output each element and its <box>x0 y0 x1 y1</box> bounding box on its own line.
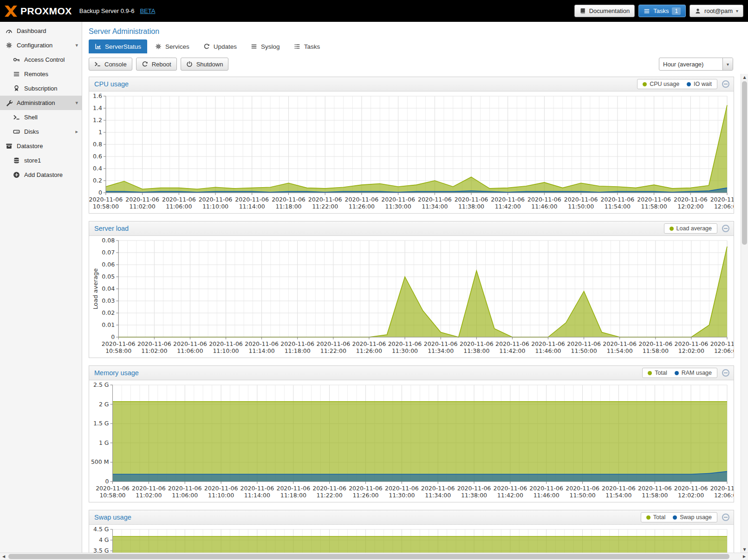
scroll-left-icon[interactable]: ◀ <box>0 553 7 560</box>
sidebar-item-dashboard[interactable]: Dashboard <box>0 24 82 38</box>
svg-text:11:30:00: 11:30:00 <box>389 492 415 499</box>
sidebar-item-administration[interactable]: Administration ▾ <box>0 96 82 110</box>
sidebar-item-store1[interactable]: store1 <box>0 153 82 168</box>
svg-text:2020-11-06: 2020-11-06 <box>710 196 734 203</box>
user-menu-button[interactable]: root@pam ▾ <box>689 5 743 17</box>
swap-usage-panel: Swap usage TotalSwap usage 0500 M1 G1.5 … <box>89 510 734 553</box>
legend-item-io-wait[interactable]: IO wait <box>687 81 712 87</box>
svg-text:2020-11-06: 2020-11-06 <box>455 196 488 203</box>
sidebar-item-add-datastore[interactable]: Add Datastore <box>0 168 82 182</box>
svg-text:0: 0 <box>111 333 115 340</box>
svg-text:2020-11-06: 2020-11-06 <box>460 340 494 347</box>
tab-serverstatus[interactable]: ServerStatus <box>89 39 147 53</box>
svg-text:0.03: 0.03 <box>102 297 115 304</box>
svg-text:2020-11-06: 2020-11-06 <box>241 485 274 492</box>
collapse-icon[interactable] <box>722 225 729 232</box>
svg-text:11:30:00: 11:30:00 <box>385 203 411 210</box>
svg-text:2020-11-06: 2020-11-06 <box>710 340 734 347</box>
svg-text:2020-11-06: 2020-11-06 <box>102 340 136 347</box>
documentation-button[interactable]: Documentation <box>574 5 635 17</box>
reboot-label: Reboot <box>152 61 171 68</box>
tasks-button[interactable]: Tasks 1 <box>638 5 686 17</box>
chevron-right-icon[interactable]: ▸ <box>75 129 78 135</box>
chevron-down-icon[interactable]: ▾ <box>75 42 78 48</box>
svg-text:11:42:00: 11:42:00 <box>497 492 523 499</box>
svg-text:4 G: 4 G <box>99 536 109 543</box>
sidebar-item-datastore[interactable]: Datastore <box>0 139 82 153</box>
sidebar-item-access-control[interactable]: Access Control <box>0 52 82 67</box>
tab-tasks[interactable]: Tasks <box>288 39 326 53</box>
svg-text:11:50:00: 11:50:00 <box>568 203 594 210</box>
chevron-down-icon[interactable]: ▾ <box>75 100 78 106</box>
scroll-up-icon[interactable]: ▲ <box>741 74 748 80</box>
svg-text:4.5 G: 4.5 G <box>93 526 109 533</box>
svg-text:2020-11-06: 2020-11-06 <box>349 485 383 492</box>
tab-services[interactable]: Services <box>149 39 195 53</box>
ribbon-icon <box>13 85 20 92</box>
terminal-icon <box>13 114 20 121</box>
legend-item-load-average[interactable]: Load average <box>670 225 712 232</box>
legend-dot-icon <box>646 515 650 520</box>
svg-text:2020-11-06: 2020-11-06 <box>566 485 599 492</box>
svg-text:2020-11-06: 2020-11-06 <box>567 340 601 347</box>
legend-item-ram-usage[interactable]: RAM usage <box>675 370 712 376</box>
toolbar: Console Reboot Shutdown Hour (average) ▾ <box>82 53 748 75</box>
svg-text:11:06:00: 11:06:00 <box>166 203 192 210</box>
legend-item-swap-usage[interactable]: Swap usage <box>673 514 712 521</box>
chart-panels: CPU usage CPU usageIO wait 00.20.40.60.8… <box>82 75 748 553</box>
horizontal-scrollbar[interactable]: ◀ ▶ <box>0 553 748 560</box>
area-chart-icon <box>95 43 101 50</box>
user-icon <box>695 8 701 14</box>
scroll-down-icon[interactable]: ▼ <box>741 546 748 553</box>
sidebar: Dashboard Configuration ▾ Access Control… <box>0 22 82 553</box>
vertical-scroll-thumb[interactable] <box>742 81 747 245</box>
collapse-icon[interactable] <box>722 80 729 88</box>
svg-text:11:34:00: 11:34:00 <box>422 203 448 210</box>
tab-updates[interactable]: Updates <box>197 39 243 53</box>
panel-title: Memory usage <box>94 369 139 377</box>
collapse-icon[interactable] <box>722 369 729 377</box>
legend-item-total[interactable]: Total <box>648 370 667 376</box>
svg-text:11:14:00: 11:14:00 <box>249 347 275 354</box>
sidebar-item-remotes[interactable]: Remotes <box>0 67 82 81</box>
legend-label: Total <box>653 514 665 521</box>
combo-trigger-icon[interactable]: ▾ <box>722 58 733 70</box>
proxmox-x-icon <box>5 6 17 17</box>
archive-icon <box>6 143 13 150</box>
svg-text:11:18:00: 11:18:00 <box>275 203 301 210</box>
collapse-icon[interactable] <box>722 514 729 521</box>
timeframe-select[interactable]: Hour (average) ▾ <box>659 58 733 71</box>
svg-text:11:42:00: 11:42:00 <box>499 347 525 354</box>
svg-text:2020-11-06: 2020-11-06 <box>89 196 123 203</box>
svg-text:2020-11-06: 2020-11-06 <box>675 340 709 347</box>
reboot-button[interactable]: Reboot <box>136 58 177 71</box>
sidebar-item-shell[interactable]: Shell <box>0 110 82 124</box>
chart-wrap: 0500 M1 G1.5 G2 G2.5 G2020-11-0610:58:00… <box>89 380 734 502</box>
svg-text:0.02: 0.02 <box>102 309 115 316</box>
shutdown-button[interactable]: Shutdown <box>181 58 229 71</box>
sidebar-item-disks[interactable]: Disks ▸ <box>0 124 82 139</box>
tab-syslog[interactable]: Syslog <box>245 39 286 53</box>
svg-text:2020-11-06: 2020-11-06 <box>388 340 422 347</box>
legend-item-total[interactable]: Total <box>646 514 665 521</box>
sidebar-item-subscription[interactable]: Subscription <box>0 81 82 96</box>
svg-text:11:46:00: 11:46:00 <box>533 492 559 499</box>
panel-title: Server load <box>94 225 129 232</box>
legend-item-cpu-usage[interactable]: CPU usage <box>643 81 679 87</box>
legend-dot-icon <box>675 371 679 375</box>
svg-text:12:02:00: 12:02:00 <box>678 492 704 499</box>
svg-text:2020-11-06: 2020-11-06 <box>199 196 233 203</box>
horizontal-scroll-thumb[interactable] <box>8 554 729 559</box>
svg-text:2020-11-06: 2020-11-06 <box>418 196 452 203</box>
brand-text: PROXMOX <box>20 6 72 17</box>
svg-text:10:58:00: 10:58:00 <box>99 492 125 499</box>
scroll-right-icon[interactable]: ▶ <box>741 553 748 560</box>
beta-link[interactable]: BETA <box>140 7 155 14</box>
console-button[interactable]: Console <box>89 58 132 71</box>
svg-text:11:54:00: 11:54:00 <box>605 492 631 499</box>
svg-text:2020-11-06: 2020-11-06 <box>495 340 529 347</box>
svg-text:1.2: 1.2 <box>93 117 102 124</box>
sidebar-item-configuration[interactable]: Configuration ▾ <box>0 38 82 52</box>
vertical-scrollbar[interactable]: ▲ ▼ <box>741 74 748 553</box>
svg-text:0.04: 0.04 <box>102 285 115 292</box>
